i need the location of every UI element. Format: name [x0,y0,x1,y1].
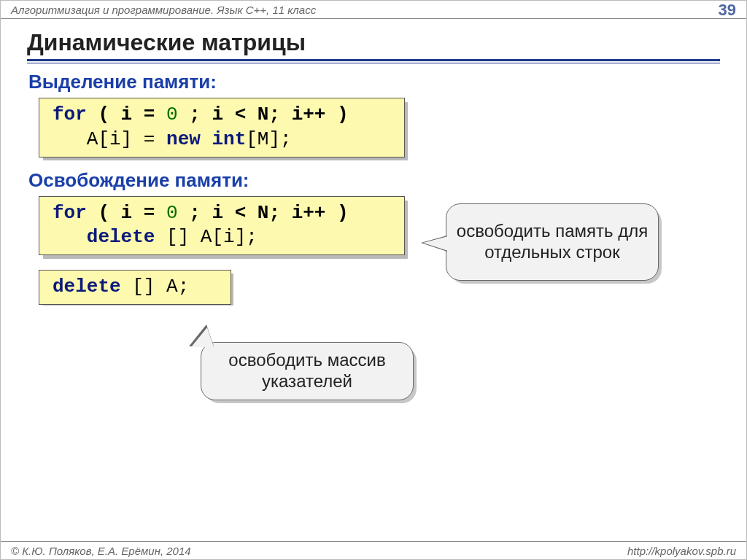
code-text: ; i < N; i++ ) [178,202,349,224]
code-text: A[i] = [53,128,166,150]
header-bar: Алгоритмизация и программирование. Язык … [1,1,746,19]
callout-free-rows: освободить память для отдельных строк [446,203,659,281]
kw-delete: delete [87,226,155,248]
callout-free-ptr-array: освободить массив указателей [201,342,414,400]
literal-zero: 0 [166,104,178,125]
code-text: [] A; [121,276,190,298]
code-text: ; i < N; i++ ) [178,104,349,125]
kw-for: for [53,104,87,125]
callout-text: освободить массив указателей [210,350,404,392]
literal-zero: 0 [166,202,178,224]
code-text: [] A[i]; [155,226,257,248]
kw-for: for [53,202,87,224]
section-alloc-label: Выделение памяти: [28,71,746,93]
title-underline [27,59,720,63]
kw-new: new [166,128,201,150]
code-text [53,226,87,248]
page-number: 39 [719,1,736,20]
slide: Алгоритмизация и программирование. Язык … [0,0,747,560]
alloc-code-block: for ( i = 0 ; i < N; i++ ) A[i] = new in… [39,98,403,158]
page-title: Динамические матрицы [27,29,746,56]
code-text: ( i = [87,104,166,125]
callout-tail-fill [191,327,214,347]
code-text: [M]; [246,128,291,150]
course-title: Алгоритмизация и программирование. Язык … [11,4,316,16]
callout-text: освободить память для отдельных строк [455,221,649,263]
free-array-code-block: delete [] A; [39,270,230,305]
kw-int: int [201,128,246,150]
footer-bar: © К.Ю. Поляков, Е.А. Ерёмин, 2014 http:/… [1,541,746,559]
code-text: ( i = [87,202,166,224]
footer-url: http://kpolyakov.spb.ru [627,545,736,557]
kw-delete: delete [53,276,121,298]
section-free-label: Освобождение памяти: [28,169,746,192]
footer-copyright: © К.Ю. Поляков, Е.А. Ерёмин, 2014 [11,545,191,557]
callout-tail-fill [423,236,448,251]
free-loop-code-block: for ( i = 0 ; i < N; i++ ) delete [] A[i… [39,196,403,256]
